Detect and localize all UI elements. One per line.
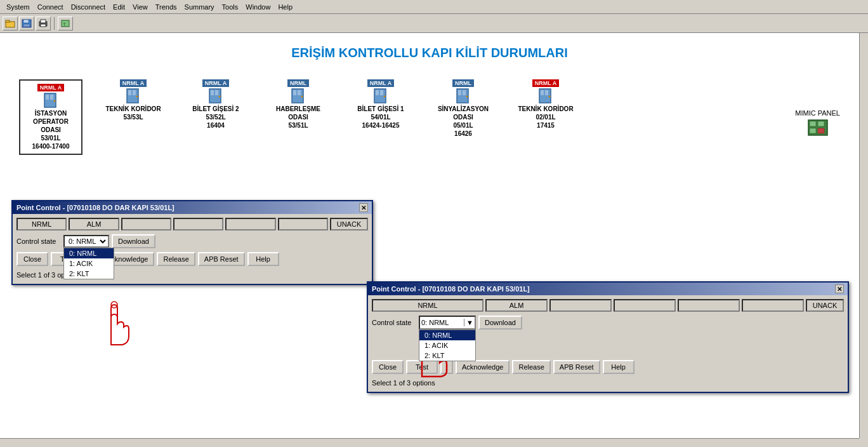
door-icon-3 [289, 87, 307, 105]
svg-rect-24 [298, 90, 301, 95]
dialog2-unack-cell: UNACK [806, 299, 844, 312]
page-title: ERİŞİM KONTROLLU KAPI KİLİT DURUMLARI [0, 33, 859, 79]
station-bilet1[interactable]: NRML A BİLET GİŞESİ 154/01L16424-16425 [349, 79, 412, 130]
station-sinyalizasyon[interactable]: NRML SİNYALİZASYONODASI05/01L16426 [431, 79, 495, 138]
stations-row: NRML A İSTASYONOPERATORODASI53/01L16400-… [0, 79, 859, 155]
station-badge-6: NRML A [532, 79, 560, 87]
scrollbar-vertical[interactable] [859, 33, 868, 438]
station-teknik1[interactable]: NRML A TEKNİK KORİDOR53/53L [102, 79, 165, 121]
station-name-5: SİNYALİZASYONODASI05/01L16426 [438, 105, 489, 138]
dialog1-help-button[interactable]: Help [247, 252, 279, 266]
svg-point-33 [466, 96, 468, 98]
dialog2-empty3 [678, 299, 740, 312]
dialog1-status-row: NRML ALM UNACK [16, 218, 368, 230]
dialog2-manual-button[interactable]: l [440, 360, 453, 374]
toolbar: T [0, 14, 868, 33]
svg-rect-12 [50, 95, 53, 100]
dialog1-unack-cell: UNACK [330, 218, 368, 230]
dialog2-close-button[interactable]: Close [372, 360, 404, 374]
svg-text:T: T [63, 22, 66, 27]
dialog2-select-arrow[interactable]: ▼ [464, 319, 473, 326]
station-name-0: İSTASYONOPERATORODASI53/01L16400-17400 [32, 109, 70, 150]
station-teknik2[interactable]: NRML A TEKNİK KORİDOR02/01L17415 [514, 79, 577, 130]
door-icon-1 [124, 87, 142, 105]
menubar: System Connect Disconnect Edit View Tren… [0, 0, 868, 14]
dialog2-release-button[interactable]: Release [512, 360, 550, 374]
scroll-corner [859, 438, 868, 447]
dialog1-control-label: Control state [16, 237, 61, 245]
scrollbar-horizontal[interactable] [0, 438, 859, 447]
door-icon-0 [42, 91, 60, 109]
dialog2-titlebar[interactable]: Point Control - [07010108 DO DAR KAPI 53… [368, 283, 848, 295]
station-bilet2[interactable]: NRML A BİLET GİŞESİ 253/52L16404 [184, 79, 247, 130]
svg-point-13 [54, 100, 56, 102]
dialog2-alm-cell: ALM [485, 299, 548, 312]
dialog2-help-button[interactable]: Help [603, 360, 635, 374]
dialog1-download-button[interactable]: Download [112, 234, 155, 248]
dialog1-option-1[interactable]: 1: ACIK [64, 258, 114, 269]
menu-help[interactable]: Help [274, 2, 296, 12]
menu-view[interactable]: View [129, 2, 152, 12]
dialog1-empty1 [121, 218, 171, 230]
dialog2-status-text: Select 1 of 3 options [372, 378, 844, 388]
station-badge-4: NRML A [367, 79, 395, 87]
station-haberlesme[interactable]: NRML HABERLEŞMEODASI53/51L [266, 79, 330, 130]
menu-tools[interactable]: Tools [218, 2, 242, 12]
station-istasyon[interactable]: NRML A İSTASYONOPERATORODASI53/01L16400-… [19, 79, 82, 155]
svg-rect-4 [23, 24, 30, 27]
svg-point-29 [384, 96, 386, 98]
dialog1-release-button[interactable]: Release [157, 252, 195, 266]
svg-rect-27 [376, 90, 379, 95]
svg-rect-42 [818, 128, 824, 133]
svg-point-37 [549, 96, 551, 98]
dialog1-apb-reset-button[interactable]: APB Reset [198, 252, 245, 266]
dialog1-control-select[interactable]: 0: NRML 1: ACIK 2: KLT [63, 235, 109, 248]
dialog1-option-0[interactable]: 0: NRML [64, 248, 114, 258]
svg-rect-36 [545, 90, 548, 95]
menu-connect[interactable]: Connect [34, 2, 67, 12]
menu-disconnect[interactable]: Disconnect [67, 2, 109, 12]
menu-summary[interactable]: Summary [181, 2, 218, 12]
station-name-4: BİLET GİŞESİ 154/01L16424-16425 [357, 105, 404, 130]
dialog2-body: NRML ALM UNACK Control state 0: NRML ▼ 0… [368, 295, 848, 392]
svg-rect-16 [133, 90, 136, 95]
door-icon-5 [454, 87, 472, 105]
menu-window[interactable]: Window [242, 2, 274, 12]
dialog2-option-2[interactable]: 2: KLT [419, 350, 475, 361]
dialog2-close-icon[interactable]: ✕ [835, 284, 844, 293]
dialog1-close-icon[interactable]: ✕ [359, 203, 368, 212]
dialog2-select-value: 0: NRML [421, 319, 449, 326]
dialog2-apb-reset-button[interactable]: APB Reset [553, 360, 600, 374]
dialog2-download-button[interactable]: Download [478, 316, 522, 330]
dialog1-close-button[interactable]: Close [16, 252, 48, 266]
svg-rect-6 [41, 20, 46, 23]
save-button[interactable] [19, 17, 34, 30]
station-badge-1: NRML A [120, 79, 147, 87]
dialog2-option-0[interactable]: 0: NRML [419, 330, 475, 340]
open-button[interactable] [3, 17, 18, 30]
print-button[interactable] [36, 17, 51, 30]
dialog2-test-button[interactable]: Test [406, 360, 438, 374]
dialog2-nrml-cell: NRML [372, 299, 483, 312]
dialog2-empty2 [614, 299, 676, 312]
dialog2-option-1[interactable]: 1: ACIK [419, 340, 475, 350]
mimic-panel: MIMIC PANEL [795, 109, 840, 137]
svg-rect-31 [458, 90, 461, 95]
dialog2-dropdown: 0: NRML 1: ACIK 2: KLT [419, 330, 476, 361]
dialog1-titlebar[interactable]: Point Control - [07010108 DO DAR KAPI 53… [13, 201, 372, 214]
dialog1-empty3 [225, 218, 275, 230]
menu-trends[interactable]: Trends [152, 2, 181, 12]
dialog2-btn-row: Close Test l Acknowledge Release APB Res… [372, 360, 844, 374]
mimic-panel-icon[interactable] [808, 119, 828, 136]
tool-button[interactable]: T [58, 17, 73, 30]
svg-rect-40 [818, 121, 824, 126]
dialog2-acknowledge-button[interactable]: Acknowledge [456, 360, 510, 374]
dialog1-alm-cell: ALM [69, 218, 119, 230]
svg-point-17 [136, 96, 138, 98]
dialog1-option-2[interactable]: 2: KLT [64, 269, 114, 279]
dialog1-title: Point Control - [07010108 DO DAR KAPI 53… [16, 204, 174, 211]
menu-system[interactable]: System [3, 2, 34, 12]
menu-edit[interactable]: Edit [109, 2, 129, 12]
svg-rect-1 [6, 20, 10, 22]
svg-rect-35 [541, 90, 544, 95]
